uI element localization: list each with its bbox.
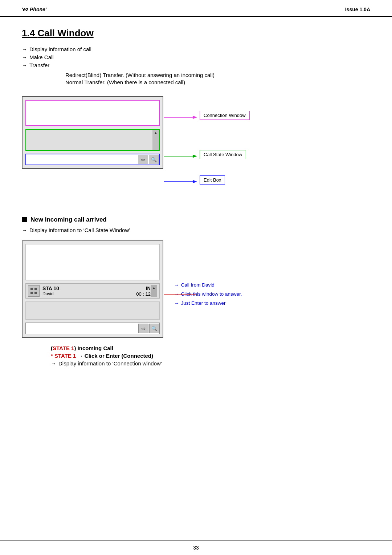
diagram1: ▲ ⇨ 🔍: [22, 96, 370, 205]
bullet-square-icon: [22, 217, 27, 222]
transfer-icon[interactable]: ⇨: [138, 155, 148, 164]
state-line1: (STATE 1) Incoming Call: [51, 345, 370, 351]
caller-time: 00 : 12: [136, 291, 151, 297]
page-number: 33: [193, 545, 199, 551]
state-labels: (STATE 1) Incoming Call * STATE 1 → Clic…: [51, 345, 370, 366]
search-icon[interactable]: 🔍: [149, 155, 159, 164]
svg-rect-3: [30, 288, 33, 290]
state3-text: Display information to ‘Connection windo…: [58, 360, 162, 366]
arrow-icon-3: →: [22, 62, 27, 68]
call-state-window-box: ▲: [25, 129, 160, 151]
call-state-inner: [26, 130, 152, 150]
call-row[interactable]: STA 10 IN David 00 : 12 ▲: [25, 283, 160, 299]
state-line3: → Display information to ‘Connection win…: [51, 360, 370, 366]
phone-ui-mockup2: STA 10 IN David 00 : 12 ▲: [22, 240, 163, 338]
list-item-2-text: Make Call: [29, 54, 54, 60]
caller-name: David: [42, 291, 54, 296]
arrow-icon-s3: →: [51, 360, 56, 366]
transfer-icon2[interactable]: ⇨: [138, 324, 148, 333]
footer: 33: [0, 540, 392, 555]
list-item-1: → Display information of call: [22, 46, 370, 52]
section2-title: New incoming call arrived: [22, 216, 370, 223]
section-title: 1.4 Call Window: [22, 28, 370, 39]
sub-text-1: Redirect(Blind) Transfer. (Without answe…: [65, 72, 370, 78]
section2-title-text: New incoming call arrived: [30, 216, 107, 223]
feature-list: → Display information of call → Make Cal…: [22, 46, 370, 68]
d2-arrow2: →: [174, 291, 179, 297]
header-left: 'ez Phone': [22, 7, 46, 12]
edit-box-row2: ⇨ 🔍: [25, 323, 160, 334]
section2-bullet1-text: Display information to ‘Call State Windo…: [29, 227, 130, 233]
empty-upper-area: [25, 244, 160, 280]
d2-callfrom-text: Call from David: [181, 282, 215, 288]
caller-name-row: STA 10 IN: [42, 285, 151, 291]
search-icon2[interactable]: 🔍: [149, 324, 159, 333]
connection-window-box: [25, 100, 160, 126]
arrow-icon-s2: →: [22, 227, 27, 233]
list-item-1-text: Display information of call: [29, 46, 91, 52]
header: 'ez Phone' Issue 1.0A: [0, 0, 392, 17]
diagram2-labels: → Call from David → Click this window to…: [174, 240, 242, 309]
state2-rest: → Click or Enter (Connected): [78, 353, 153, 359]
section-number: 1.4: [22, 28, 35, 39]
svg-rect-4: [34, 288, 37, 290]
connection-window-label: Connection Window: [200, 111, 250, 120]
list-item-3-text: Transfer: [29, 62, 49, 68]
d2-label-justenter: → Just Enter to answer: [174, 300, 242, 306]
d2-label-clickanswer: → Click this window to answer.: [174, 291, 242, 297]
scrollbar[interactable]: ▲: [152, 130, 159, 150]
list-item-2: → Make Call: [22, 54, 370, 60]
d2-arrow3: →: [174, 300, 179, 306]
caller-time-row: David 00 : 12: [42, 291, 151, 297]
caller-info: STA 10 IN David 00 : 12: [42, 285, 151, 297]
call-row-wrapper: STA 10 IN David 00 : 12 ▲: [23, 283, 163, 299]
scroll-up-icon[interactable]: ▲: [154, 130, 158, 135]
edit-box-label: Edit Box: [200, 175, 225, 185]
svg-rect-6: [34, 292, 37, 294]
arrow-icon-1: →: [22, 46, 27, 52]
main-content: 1.4 Call Window → Display information of…: [0, 17, 392, 382]
d2-clickanswer-text: Click this window to answer.: [181, 291, 242, 297]
call-state-label-box: Call State Window: [200, 150, 246, 159]
d2-label-callfrom: → Call from David: [174, 282, 242, 288]
call-scrollbar[interactable]: ▲: [151, 285, 157, 297]
svg-rect-5: [30, 292, 33, 294]
d2-justenter-text: Just Enter to answer: [181, 300, 226, 306]
section2: New incoming call arrived → Display info…: [22, 216, 370, 366]
edit-box-label-box: Edit Box: [200, 175, 225, 185]
empty-lower-area: [25, 301, 160, 320]
diagram2: STA 10 IN David 00 : 12 ▲: [22, 240, 370, 338]
call-state-label: Call State Window: [200, 150, 246, 159]
section2-bullet1: → Display information to ‘Call State Win…: [22, 227, 370, 233]
arrow-icon-2: →: [22, 54, 27, 60]
d2-arrow1: →: [174, 282, 179, 288]
list-item-3: → Transfer: [22, 62, 370, 68]
edit-box: ⇨ 🔍: [25, 154, 160, 165]
state1-colored: STATE 1: [53, 345, 74, 351]
phone-ui-mockup: ▲ ⇨ 🔍: [22, 96, 163, 169]
section-title-text: Call Window: [37, 28, 93, 39]
caller-station: STA 10: [42, 285, 59, 291]
header-right: Issue 1.0A: [345, 7, 370, 12]
scroll-up-icon2[interactable]: ▲: [152, 286, 156, 290]
phone-station-icon: [28, 285, 40, 297]
grid-icon: [30, 287, 38, 295]
edit-icons: ⇨ 🔍: [137, 155, 159, 164]
page-wrapper: 'ez Phone' Issue 1.0A 1.4 Call Window → …: [0, 0, 392, 555]
connection-window-label-box: Connection Window: [200, 111, 250, 120]
state-line2: * STATE 1 → Click or Enter (Connected): [51, 353, 370, 359]
caller-direction: IN: [146, 285, 151, 291]
sub-text-2: Normal Transfer. (When there is a connec…: [65, 79, 370, 85]
